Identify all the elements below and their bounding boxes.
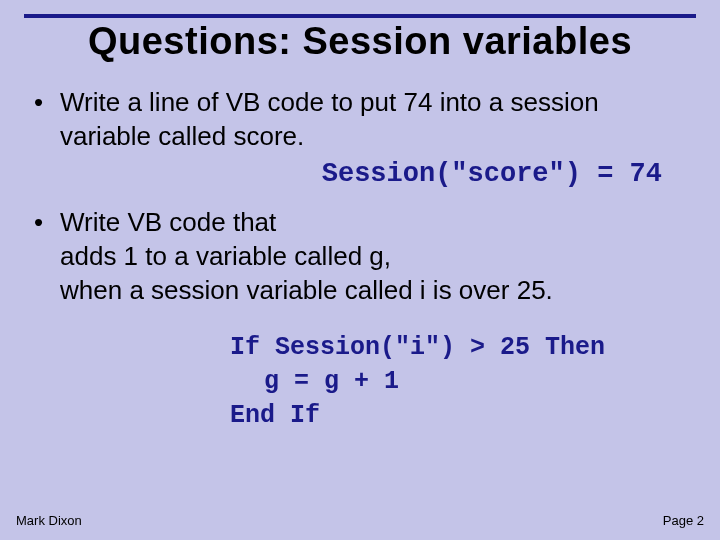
- code-answer-2: If Session("i") > 25 Then g = g + 1 End …: [30, 331, 690, 433]
- code-answer-1: Session("score") = 74: [30, 159, 690, 189]
- code-line: If Session("i") > 25 Then: [230, 331, 690, 365]
- code-line: g = g + 1: [230, 365, 690, 399]
- bullet-item: • Write VB code that adds 1 to a variabl…: [30, 205, 690, 307]
- content-area: • Write a line of VB code to put 74 into…: [0, 63, 720, 433]
- code-line: End If: [230, 399, 690, 433]
- bullet-marker: •: [30, 85, 60, 119]
- footer-author: Mark Dixon: [16, 513, 82, 528]
- footer-page: Page 2: [663, 513, 704, 528]
- code-line-inner: g = g + 1: [230, 365, 399, 399]
- slide-title: Questions: Session variables: [0, 0, 720, 63]
- bullet-text-2: Write VB code that adds 1 to a variable …: [60, 205, 553, 307]
- bullet-marker: •: [30, 205, 60, 239]
- title-rule: [24, 14, 696, 18]
- bullet-text-1: Write a line of VB code to put 74 into a…: [60, 85, 690, 153]
- bullet-item: • Write a line of VB code to put 74 into…: [30, 85, 690, 153]
